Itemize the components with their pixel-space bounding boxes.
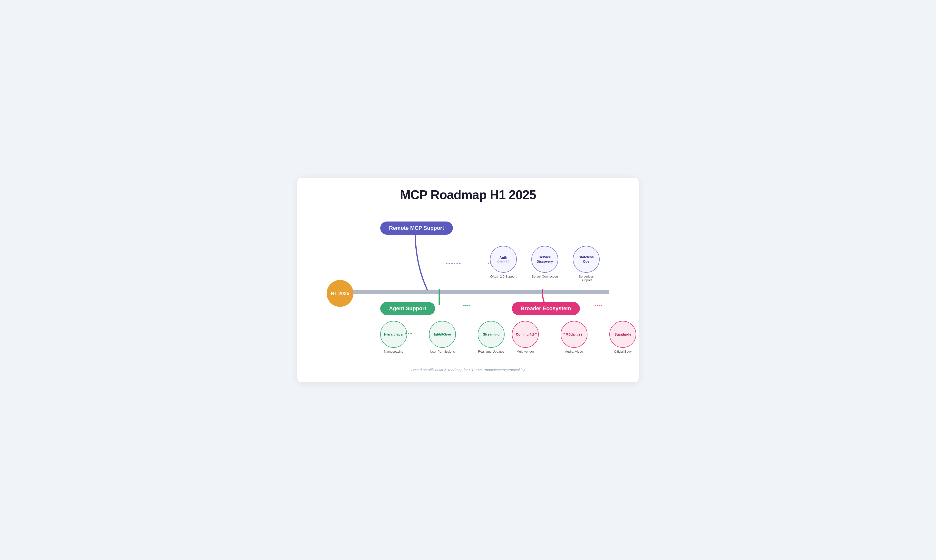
ecosystem-circle-standards: Standards — [610, 321, 636, 348]
remote-node-stateless-ops: StatelessOps Serverless Support — [573, 246, 600, 282]
ecosystem-node-community: Community Multi-vendor — [512, 321, 539, 353]
streaming-label: Real-time Updates — [478, 350, 504, 353]
ecosystem-circle-modalities: Modalities — [560, 321, 587, 348]
eco-dash-1 — [546, 305, 553, 306]
timeline-bar — [341, 290, 610, 294]
agent-dash-2 — [463, 305, 470, 306]
remote-sub-nodes: Auth OAuth 2.0 OAuth 2.0 Support Service… — [490, 246, 600, 282]
stateless-ops-label: Serverless Support — [573, 275, 600, 282]
agent-circle-hierarchical: Hierarchical — [380, 321, 407, 348]
modalities-label: Audio, Video — [565, 350, 583, 353]
diagram: H1 2025 Remote MCP Support Auth OAuth 2.… — [312, 214, 624, 365]
hierarchical-label: Namespacing — [384, 350, 403, 353]
community-label: Multi-vendor — [517, 350, 534, 353]
remote-circle-service-discovery: ServiceDiscovery — [531, 246, 558, 273]
standards-label: Official Body — [614, 350, 632, 353]
remote-mcp-pill: Remote MCP Support — [380, 222, 453, 235]
auth-label: OAuth 2.0 Support — [490, 275, 517, 278]
page-title: MCP Roadmap H1 2025 — [312, 188, 624, 202]
slide: MCP Roadmap H1 2025 H1 2025 — [297, 178, 639, 382]
agent-dash-1 — [414, 305, 422, 306]
agent-circle-interactive: Interactive — [429, 321, 456, 348]
agent-node-streaming: Streaming Real-time Updates — [478, 321, 505, 353]
ecosystem-node-modalities: Modalities Audio, Video — [560, 321, 587, 353]
remote-node-service-discovery: ServiceDiscovery Server Connection — [531, 246, 558, 278]
footer-text: Based on official MCP roadmap for H1 202… — [312, 368, 624, 372]
agent-support-pill: Agent Support — [380, 302, 435, 315]
agent-circle-streaming: Streaming — [478, 321, 505, 348]
remote-mcp-group: Remote MCP Support Auth OAuth 2.0 OAuth … — [380, 222, 453, 235]
remote-circle-auth: Auth OAuth 2.0 — [490, 246, 517, 273]
service-discovery-label: Server Connection — [532, 275, 558, 278]
broader-ecosystem-group: Broader Ecosystem Community Multi-vendor… — [512, 302, 636, 353]
agent-support-group: Agent Support Hierarchical Namespacing I… — [380, 302, 505, 353]
ecosystem-node-standards: Standards Official Body — [610, 321, 636, 353]
h1-circle: H1 2025 — [326, 280, 353, 307]
agent-node-interactive: Interactive User Permissions — [429, 321, 456, 353]
ecosystem-sub-nodes: Community Multi-vendor Modalities Audio,… — [512, 321, 636, 353]
agent-sub-nodes: Hierarchical Namespacing Interactive Use… — [380, 321, 505, 353]
remote-circle-stateless-ops: StatelessOps — [573, 246, 600, 273]
broader-ecosystem-pill: Broader Ecosystem — [512, 302, 580, 315]
eco-dash-2 — [595, 305, 602, 306]
agent-node-hierarchical: Hierarchical Namespacing — [380, 321, 407, 353]
interactive-label: User Permissions — [430, 350, 455, 353]
remote-node-auth: Auth OAuth 2.0 OAuth 2.0 Support — [490, 246, 517, 278]
ecosystem-circle-community: Community — [512, 321, 539, 348]
